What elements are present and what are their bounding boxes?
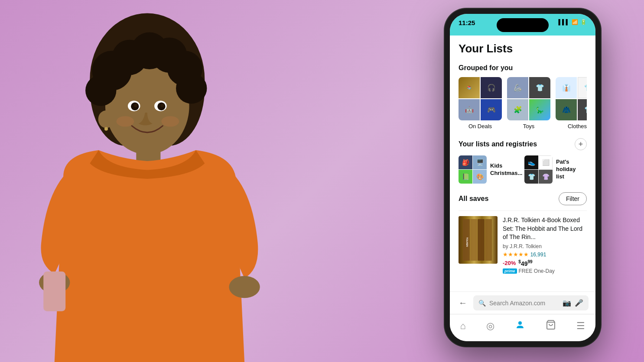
- grouped-grid: 📚 🎧 🤖 🎮 On Deals 🦾 👕 🧩: [459, 77, 587, 129]
- wifi-icon: 📶: [572, 19, 578, 25]
- nav-menu[interactable]: ☰: [571, 319, 590, 333]
- pats-thumb-4: 👚: [539, 170, 553, 184]
- nav-discover[interactable]: ◎: [481, 319, 500, 333]
- product-card[interactable]: TOLKIEN J.R.R. Tolkien 4-Book Boxed Set:…: [459, 210, 587, 279]
- search-bar-area: ← 🔍 Search Amazon.com 📷 🎤: [450, 291, 595, 314]
- group-label-toys: Toys: [507, 123, 550, 129]
- status-bar: 11:25 ▌▌▌ 📶 🔋: [450, 14, 595, 36]
- thumb-shirt-dark: 👕: [529, 77, 550, 98]
- search-extras: 📷 🎤: [563, 299, 583, 307]
- nav-home[interactable]: ⌂: [455, 319, 471, 333]
- product-title: J.R.R. Tolkien 4-Book Boxed Set: The Hob…: [503, 216, 587, 242]
- clothes-thumbnails: 👔 👕 🧥 👕: [556, 77, 587, 120]
- svg-text:TOLKIEN: TOLKIEN: [466, 237, 468, 247]
- thumb-game: 🎮: [481, 99, 502, 120]
- cart-icon: [546, 320, 556, 333]
- pats-thumb-1: 👟: [524, 155, 538, 169]
- thumb-shirt1: 👔: [556, 77, 577, 98]
- add-list-button[interactable]: +: [575, 138, 587, 150]
- phone-frame: 11:25 ▌▌▌ 📶 🔋 Your Lists Grouped for you: [445, 9, 601, 346]
- price-cents: 99: [528, 259, 533, 264]
- svg-rect-13: [43, 272, 65, 311]
- back-button[interactable]: ←: [457, 296, 469, 310]
- app-header: Your Lists: [450, 36, 595, 60]
- group-label-deals: On Deals: [459, 123, 502, 129]
- app-content[interactable]: Grouped for you 📚 🎧 🤖 🎮 On Deals: [450, 60, 595, 291]
- thumb-shirt3: 🧥: [556, 99, 577, 120]
- price-dollars: 49: [521, 260, 528, 267]
- svg-point-9: [176, 73, 207, 103]
- phone-device: 11:25 ▌▌▌ 📶 🔋 Your Lists Grouped for you: [445, 9, 601, 346]
- all-saves-title: All saves: [459, 195, 488, 203]
- group-label-clothes: Clothes: [556, 123, 587, 129]
- thumb-shirt4: 👕: [578, 99, 587, 120]
- pats-thumb-2: ⬜: [539, 155, 553, 169]
- discount-badge: -20%: [503, 260, 516, 266]
- person-photo: [0, 0, 303, 362]
- svg-point-10: [85, 75, 116, 106]
- pats-list-thumbnails: 👟 ⬜ 👕 👚: [524, 155, 553, 184]
- status-time: 11:25: [459, 19, 475, 26]
- group-card-toys[interactable]: 🦾 👕 🧩 🦕 Toys: [507, 77, 550, 129]
- kids-list-thumbnails: 🎒 🖥️ 📗 🎨: [459, 155, 487, 184]
- product-image: TOLKIEN: [459, 216, 498, 264]
- phone-screen: 11:25 ▌▌▌ 📶 🔋 Your Lists Grouped for you: [450, 14, 595, 341]
- nav-cart[interactable]: [540, 318, 561, 334]
- menu-icon: ☰: [576, 320, 585, 332]
- deals-thumbnails: 📚 🎧 🤖 🎮: [459, 77, 502, 120]
- svg-point-30: [518, 321, 522, 325]
- camera-icon[interactable]: 📷: [563, 299, 571, 307]
- battery-icon: 🔋: [580, 19, 587, 25]
- kids-thumb-1: 🎒: [459, 155, 472, 169]
- prime-badge: prime: [503, 268, 517, 274]
- prime-shipping: FREE One-Day: [519, 268, 555, 274]
- search-icon: 🔍: [478, 300, 486, 307]
- product-author: by J.R.R. Tolkien: [503, 243, 587, 249]
- group-card-clothes[interactable]: 👔 👕 🧥 👕 Clothes: [556, 77, 587, 129]
- home-icon: ⌂: [460, 320, 466, 332]
- lists-row: 🎒 🖥️ 📗 🎨 Kids Christmas... 👟 ⬜ 👕: [459, 155, 587, 184]
- svg-point-14: [229, 276, 260, 298]
- svg-point-19: [134, 104, 137, 107]
- thumb-colorful: 🦕: [529, 99, 550, 120]
- thumb-robot2: 🦾: [507, 77, 528, 98]
- status-icons: ▌▌▌ 📶 🔋: [558, 19, 587, 25]
- group-card-deals[interactable]: 📚 🎧 🤖 🎮 On Deals: [459, 77, 502, 129]
- kids-thumb-4: 🎨: [473, 170, 487, 184]
- dynamic-island: [497, 18, 549, 32]
- pats-thumb-3: 👕: [524, 170, 538, 184]
- stars-display: ★★★★★: [503, 251, 529, 258]
- thumb-lego: 🧩: [507, 99, 528, 120]
- svg-rect-28: [485, 219, 492, 261]
- list-card-kids[interactable]: 🎒 🖥️ 📗 🎨 Kids Christmas...: [459, 155, 519, 184]
- product-price: $4999: [518, 259, 532, 267]
- all-saves-header: All saves Filter: [459, 192, 587, 205]
- list-card-pats[interactable]: 👟 ⬜ 👕 👚 Pat's holiday list: [524, 155, 585, 184]
- lists-header: Your lists and registries +: [459, 138, 587, 150]
- svg-point-23: [116, 116, 134, 126]
- review-count: 16,991: [530, 252, 546, 258]
- search-box[interactable]: 🔍 Search Amazon.com 📷 🎤: [473, 295, 589, 310]
- price-row: -20% $4999: [503, 259, 587, 267]
- kids-list-name: Kids Christmas...: [490, 162, 522, 177]
- thumb-book: 📚: [459, 77, 480, 98]
- prime-row: prime FREE One-Day: [503, 268, 587, 274]
- mic-icon[interactable]: 🎤: [575, 299, 583, 307]
- filter-button[interactable]: Filter: [559, 192, 587, 205]
- kids-thumb-3: 📗: [459, 170, 472, 184]
- pats-list-name: Pat's holiday list: [556, 158, 585, 181]
- svg-rect-27: [478, 219, 485, 261]
- discover-icon: ◎: [486, 320, 494, 332]
- lists-section-title: Your lists and registries: [459, 140, 537, 148]
- svg-point-24: [161, 116, 179, 126]
- kids-thumb-2: 🖥️: [473, 155, 487, 169]
- svg-rect-26: [470, 219, 477, 261]
- thumb-robot: 🤖: [459, 99, 480, 120]
- svg-point-22: [104, 127, 108, 131]
- grouped-section-title: Grouped for you: [459, 64, 587, 72]
- search-placeholder: Search Amazon.com: [489, 300, 559, 307]
- product-info: J.R.R. Tolkien 4-Book Boxed Set: The Hob…: [503, 216, 587, 274]
- nav-account[interactable]: [510, 318, 530, 334]
- svg-point-20: [160, 104, 164, 107]
- thumb-headphones: 🎧: [481, 77, 502, 98]
